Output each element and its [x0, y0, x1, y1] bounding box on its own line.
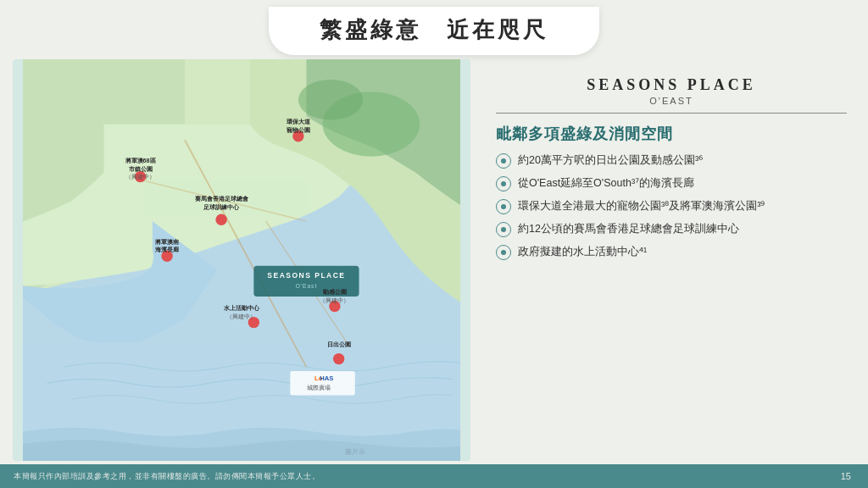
- feature-icon-5: [496, 245, 511, 260]
- feature-icon-2: [496, 176, 511, 191]
- svg-text:動感公園: 動感公園: [323, 288, 347, 296]
- feature-list: 約20萬平方呎的日出公園及動感公園³⁶ 從O'East延綿至O'South³⁷的…: [496, 152, 847, 260]
- svg-text:足球訓練中心: 足球訓練中心: [203, 203, 240, 211]
- svg-text:寵物公園: 寵物公園: [287, 126, 310, 134]
- brand-sub: O'EAST: [496, 96, 847, 106]
- svg-text:水上活動中心: 水上活動中心: [223, 304, 260, 312]
- svg-text:城際廣場: 城際廣場: [306, 385, 331, 391]
- feature-text-2: 從O'East延綿至O'South³⁷的海濱長廊: [518, 175, 847, 191]
- feature-text-3: 環保大道全港最大的寵物公園³⁸及將軍澳海濱公園³⁹: [518, 198, 847, 214]
- feature-item-4: 約12公頃的賽馬會香港足球總會足球訓練中心: [496, 221, 847, 237]
- svg-text:HAS: HAS: [320, 374, 333, 382]
- map-svg: SEASONS PLACE O'East 環保大道 寵物公園 將軍澳68區 市鎮…: [13, 59, 470, 461]
- svg-text:（興建中）: （興建中）: [227, 313, 257, 320]
- feature-text-4: 約12公頃的賽馬會香港足球總會足球訓練中心: [518, 221, 847, 237]
- section-title: 毗鄰多項盛綠及消閒空間: [496, 124, 847, 144]
- map-area: SEASONS PLACE O'East 環保大道 寵物公園 將軍澳68區 市鎮…: [13, 59, 470, 461]
- svg-text:海濱長廊: 海濱長廊: [155, 246, 180, 253]
- brand-logo: SEASONS PLACE O'EAST: [496, 76, 847, 114]
- right-panel: SEASONS PLACE O'EAST 毗鄰多項盛綠及消閒空間 約20萬平方呎…: [483, 59, 860, 461]
- feature-item-1: 約20萬平方呎的日出公園及動感公園³⁶: [496, 152, 847, 169]
- feature-item-2: 從O'East延綿至O'South³⁷的海濱長廊: [496, 175, 847, 191]
- svg-text:O'East: O'East: [296, 283, 318, 289]
- svg-text:市鎮公園: 市鎮公園: [129, 165, 153, 173]
- svg-text:（興建中）: （興建中）: [125, 174, 155, 180]
- svg-text:日出公園: 日出公園: [327, 341, 351, 348]
- svg-text:將軍澳南: 將軍澳南: [155, 238, 179, 246]
- feature-item-5: 政府擬建的水上活動中心⁴¹: [496, 244, 847, 260]
- bottom-bar: 本簡報只作內部培訓及參考之用，並非有關樓盤的廣告。請勿傳閱本簡報予公眾人士。 1…: [0, 464, 868, 488]
- page-title: 繁盛綠意 近在咫尺: [320, 15, 548, 45]
- svg-text:環保大道: 環保大道: [286, 118, 311, 125]
- svg-point-2: [298, 80, 363, 120]
- feature-item-3: 環保大道全港最大的寵物公園³⁸及將軍澳海濱公園³⁹: [496, 198, 847, 214]
- feature-text-1: 約20萬平方呎的日出公園及動感公園³⁶: [518, 152, 847, 169]
- svg-text:將軍澳68區: 將軍澳68區: [125, 157, 156, 164]
- feature-text-5: 政府擬建的水上活動中心⁴¹: [518, 244, 847, 260]
- header-title-container: 繁盛綠意 近在咫尺: [269, 7, 599, 55]
- brand-name: SEASONS PLACE: [496, 76, 847, 94]
- page-number: 15: [841, 471, 851, 481]
- svg-text:賽馬會香港足球總會: 賽馬會香港足球總會: [195, 195, 249, 202]
- feature-icon-4: [496, 222, 511, 237]
- feature-icon-1: [496, 153, 511, 169]
- svg-text:SEASONS PLACE: SEASONS PLACE: [267, 271, 345, 280]
- disclaimer-text: 本簡報只作內部培訓及參考之用，並非有關樓盤的廣告。請勿傳閱本簡報予公眾人士。: [14, 471, 320, 482]
- svg-text:（興建中）: （興建中）: [320, 297, 349, 304]
- feature-icon-3: [496, 199, 511, 214]
